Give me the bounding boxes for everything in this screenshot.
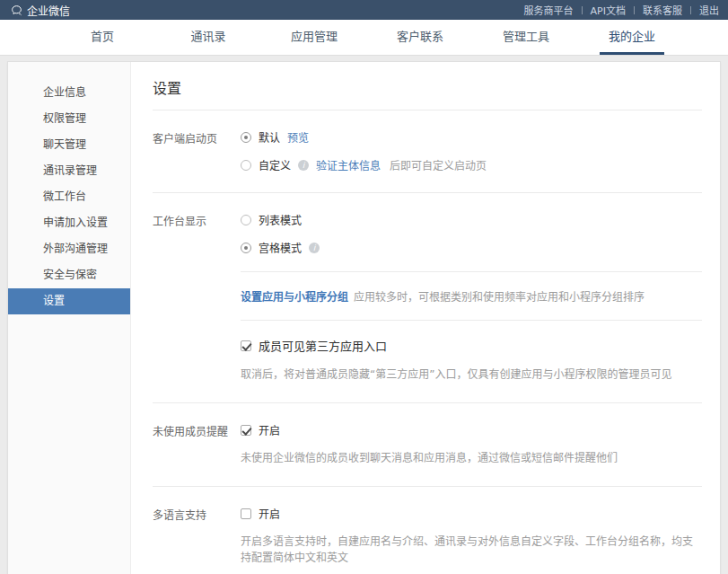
info-icon (309, 243, 320, 253)
app-logo[interactable]: 企业微信 (11, 3, 70, 18)
divider (241, 320, 702, 321)
third-party-desc: 取消后，将对普通成员隐藏“第三方应用”入口，仅具有创建应用与小程序权限的管理员可… (241, 366, 702, 383)
app-grouping-desc: 应用较多时，可根据类别和使用频率对应用和小程序分组排序 (354, 288, 645, 304)
nav-customer-relations-label: 客户联系 (388, 20, 452, 55)
section-label-unused-reminder: 未使用成员提醒 (153, 422, 241, 466)
nav-customer-relations[interactable]: 客户联系 (367, 20, 473, 55)
nav-app-management-label: 应用管理 (282, 20, 346, 55)
section-label-multilanguage: 多语言支持 (153, 506, 241, 566)
radio-list-mode[interactable] (241, 215, 251, 225)
sidebar-item-company-info[interactable]: 企业信息 (8, 80, 130, 106)
main-container: 企业信息 权限管理 聊天管理 通讯录管理 微工作台 申请加入设置 外部沟通管理 … (7, 61, 721, 574)
section-label-launch-page: 客户端启动页 (153, 129, 241, 172)
checkbox-multilanguage[interactable] (241, 508, 251, 519)
sidebar-item-external-communication[interactable]: 外部沟通管理 (8, 236, 130, 262)
section-unused-member-reminder: 未使用成员提醒 开启 未使用企业微信的成员收到聊天消息和应用消息，通过微信或短信… (153, 402, 702, 486)
sidebar-item-security[interactable]: 安全与保密 (8, 262, 130, 288)
radio-custom-launch[interactable] (241, 160, 251, 171)
separator (690, 6, 691, 14)
nav-management-tools[interactable]: 管理工具 (473, 20, 579, 55)
sidebar-item-chat-management[interactable]: 聊天管理 (8, 132, 130, 158)
nav-contacts[interactable]: 通讯录 (155, 20, 261, 55)
topbar-link-api-docs[interactable]: API文档 (591, 3, 626, 17)
radio-list-mode-label[interactable]: 列表模式 (259, 212, 302, 227)
nav-my-company[interactable]: 我的企业 (579, 20, 685, 55)
sidebar-item-join-settings[interactable]: 申请加入设置 (8, 210, 130, 236)
nav-contacts-label: 通讯录 (181, 20, 234, 55)
multilanguage-desc: 开启多语言支持时，自建应用名与介绍、通讯录与对外信息自定义字段、工作台分组名称，… (241, 534, 702, 566)
section-workbench-display: 工作台显示 列表模式 宫格模式 设置应用与小程序分组 应用较多时，可根据类别 (153, 192, 702, 402)
separator (582, 6, 583, 14)
nav-management-tools-label: 管理工具 (494, 20, 558, 55)
checkbox-third-party-entry[interactable] (241, 340, 251, 351)
topbar-link-contact-support[interactable]: 联系客服 (643, 3, 682, 17)
radio-default-label[interactable]: 默认 (259, 129, 280, 145)
verify-suffix-text: 后即可自定义启动页 (390, 157, 487, 172)
unused-reminder-desc: 未使用企业微信的成员收到聊天消息和应用消息，通过微信或短信邮件提醒他们 (241, 450, 702, 466)
topbar: 企业微信 服务商平台 API文档 联系客服 退出 (0, 0, 728, 20)
sidebar-item-permission-management[interactable]: 权限管理 (8, 106, 130, 132)
nav-home[interactable]: 首页 (49, 20, 155, 55)
app-title: 企业微信 (27, 3, 70, 18)
sidebar-item-contacts-management[interactable]: 通讯录管理 (8, 158, 130, 184)
app-grouping-link[interactable]: 设置应用与小程序分组 (241, 288, 348, 304)
section-multilanguage-support: 多语言支持 开启 开启多语言支持时，自建应用名与介绍、通讯录与对外信息自定义字段… (153, 486, 702, 574)
preview-link[interactable]: 预览 (287, 129, 309, 145)
radio-default-launch[interactable] (241, 132, 251, 143)
topbar-link-service-platform[interactable]: 服务商平台 (524, 3, 574, 17)
sidebar: 企业信息 权限管理 聊天管理 通讯录管理 微工作台 申请加入设置 外部沟通管理 … (8, 62, 131, 574)
radio-custom-label[interactable]: 自定义 (259, 157, 291, 172)
sidebar-item-micro-workbench[interactable]: 微工作台 (8, 184, 130, 210)
checkbox-third-party-label[interactable]: 成员可见第三方应用入口 (259, 337, 387, 354)
wechat-work-logo-icon (11, 4, 22, 16)
checkbox-unused-reminder-label[interactable]: 开启 (259, 422, 280, 437)
verify-identity-link[interactable]: 验证主体信息 (316, 157, 381, 172)
info-icon (298, 160, 309, 171)
checkbox-unused-reminder[interactable] (241, 425, 251, 436)
sidebar-item-settings[interactable]: 设置 (8, 288, 130, 314)
section-client-launch-page: 客户端启动页 默认 预览 自定义 验证主体信息 后即可自定义启动页 (153, 110, 702, 192)
divider (241, 271, 702, 272)
radio-grid-mode[interactable] (241, 243, 251, 253)
topbar-link-logout[interactable]: 退出 (699, 3, 719, 17)
nav-home-label: 首页 (82, 20, 123, 55)
radio-grid-mode-label[interactable]: 宫格模式 (259, 240, 302, 255)
checkbox-multilanguage-label[interactable]: 开启 (259, 506, 280, 521)
nav-my-company-label: 我的企业 (600, 20, 664, 55)
settings-content: 设置 客户端启动页 默认 预览 自定义 验证主体信息 后即可自定义启动页 (131, 62, 720, 574)
page-background: 企业信息 权限管理 聊天管理 通讯录管理 微工作台 申请加入设置 外部沟通管理 … (0, 56, 728, 574)
nav-app-management[interactable]: 应用管理 (261, 20, 367, 55)
section-label-workbench: 工作台显示 (153, 212, 241, 383)
topbar-links: 服务商平台 API文档 联系客服 退出 (524, 3, 719, 17)
separator (634, 6, 635, 14)
main-nav: 首页 通讯录 应用管理 客户联系 管理工具 我的企业 (0, 20, 728, 56)
page-title: 设置 (153, 76, 702, 98)
